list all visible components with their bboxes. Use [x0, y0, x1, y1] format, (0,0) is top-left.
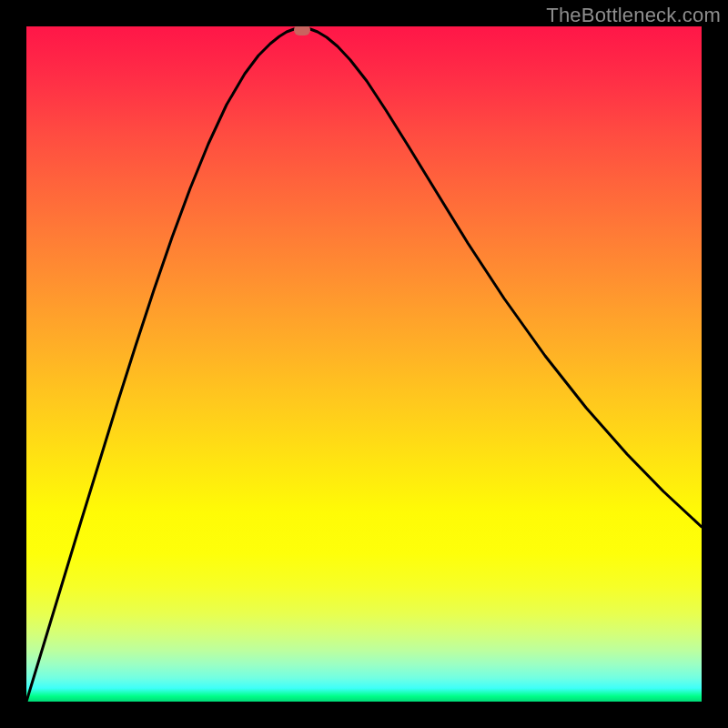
curve-layer: [26, 26, 702, 702]
plot-area: [26, 26, 702, 702]
chart-frame: TheBottleneck.com: [0, 0, 728, 728]
watermark-label: TheBottleneck.com: [546, 4, 721, 27]
optimum-marker: [294, 26, 310, 35]
bottleneck-curve: [26, 28, 702, 702]
